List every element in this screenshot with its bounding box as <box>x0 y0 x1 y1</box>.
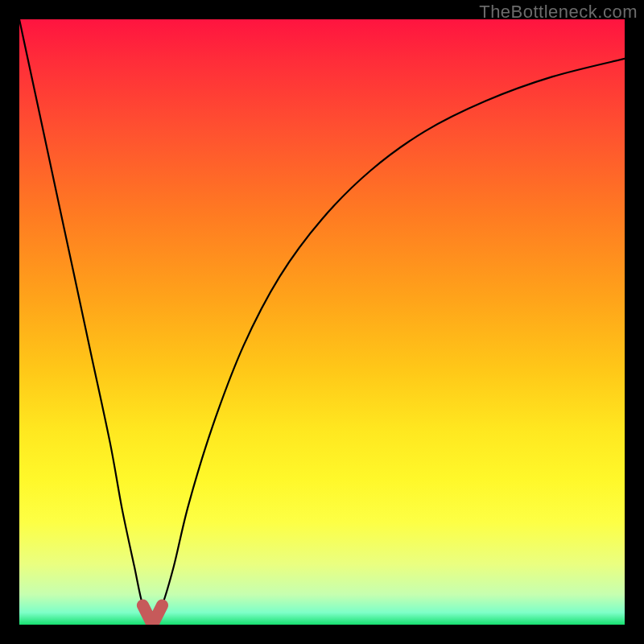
bottleneck-curve <box>19 19 625 625</box>
chart-overlay <box>19 19 625 625</box>
trough-highlight <box>142 605 162 625</box>
chart-frame: TheBottleneck.com <box>0 0 644 644</box>
plot-area <box>19 19 625 625</box>
watermark-text: TheBottleneck.com <box>479 2 638 23</box>
